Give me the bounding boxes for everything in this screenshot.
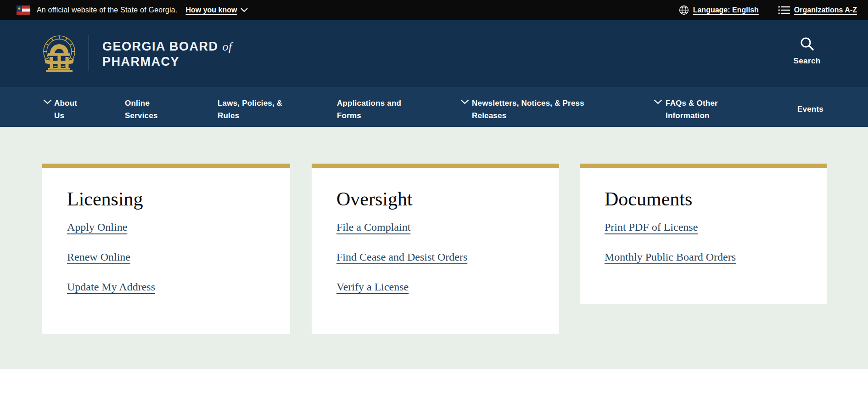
search-label: Search (793, 57, 820, 66)
footer-strip (0, 369, 868, 398)
search-icon (800, 36, 814, 51)
nav-item-events[interactable]: Events (797, 103, 823, 115)
file-a-complaint-link[interactable]: File a Complaint (336, 221, 410, 233)
georgia-arch-seal-logo (42, 34, 76, 72)
list-icon (778, 6, 790, 15)
card-title-oversight: Oversight (336, 188, 534, 210)
government-banner: An official website of the State of Geor… (0, 0, 868, 20)
monthly-public-board-orders-link[interactable]: Monthly Public Board Orders (605, 251, 736, 263)
chevron-down-icon (460, 99, 469, 104)
card-title-licensing: Licensing (67, 188, 265, 210)
renew-online-link[interactable]: Renew Online (67, 251, 130, 263)
apply-online-link[interactable]: Apply Online (67, 221, 127, 233)
search-button[interactable]: Search (786, 36, 828, 66)
site-header: GEORGIA BOARD of PHARMACY Search (0, 20, 868, 87)
nav-item-laws-policies-rules[interactable]: Laws, Policies, & Rules (218, 97, 293, 122)
organizations-az-link[interactable]: Organizations A-Z (794, 6, 857, 14)
primary-navigation: About Us Online Services Laws, Policies,… (0, 87, 868, 127)
chevron-down-icon (43, 99, 52, 104)
agency-title: GEORGIA BOARD of PHARMACY (102, 39, 232, 69)
agency-title-line1: GEORGIA BOARD (102, 40, 218, 53)
chevron-down-icon (654, 99, 662, 104)
nav-item-about-us[interactable]: About Us (54, 97, 83, 122)
card-title-documents: Documents (605, 188, 802, 210)
how-you-know-button[interactable]: How you know (185, 6, 248, 14)
update-my-address-link[interactable]: Update My Address (67, 281, 155, 293)
globe-icon (679, 5, 689, 15)
verify-a-license-link[interactable]: Verify a License (336, 281, 409, 293)
print-pdf-of-license-link[interactable]: Print PDF of License (605, 221, 698, 233)
nav-item-newsletters-notices-press[interactable]: Newsletters, Notices, & Press Releases (472, 97, 606, 122)
agency-title-line2: PHARMACY (102, 54, 232, 69)
header-divider (89, 35, 89, 71)
chevron-down-icon (241, 8, 248, 12)
licensing-card: Licensing Apply Online Renew Online Upda… (42, 164, 290, 334)
nav-item-applications-forms[interactable]: Applications and Forms (337, 97, 412, 122)
documents-card: Documents Print PDF of License Monthly P… (580, 164, 827, 304)
georgia-flag-icon (17, 6, 30, 15)
agency-title-of: of (223, 40, 232, 53)
how-you-know-label: How you know (185, 6, 237, 14)
nav-item-faqs-other-information[interactable]: FAQs & Other Information (666, 97, 730, 122)
nav-item-online-services[interactable]: Online Services (125, 97, 167, 122)
main-content: Licensing Apply Online Renew Online Upda… (0, 127, 868, 369)
language-link[interactable]: Language: English (693, 6, 759, 14)
oversight-card: Oversight File a Complaint Find Cease an… (312, 164, 559, 334)
find-cease-desist-orders-link[interactable]: Find Cease and Desist Orders (336, 251, 467, 263)
official-website-text: An official website of the State of Geor… (37, 6, 177, 14)
